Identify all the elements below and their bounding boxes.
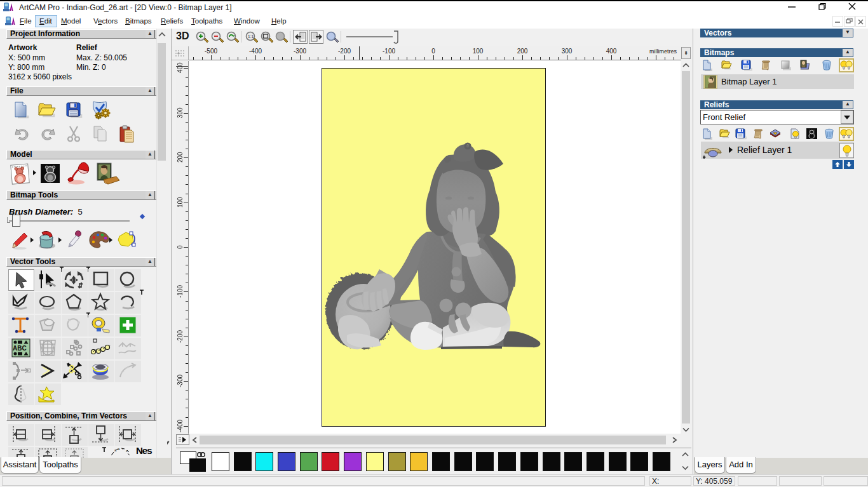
svg-text:a: a [118, 447, 120, 451]
svg-text:*: * [122, 448, 124, 451]
svg-text:ABC: ABC [13, 345, 27, 352]
svg-text:a: a [114, 448, 117, 452]
svg-text:1:1: 1:1 [248, 34, 254, 39]
svg-text:c: c [126, 449, 128, 453]
